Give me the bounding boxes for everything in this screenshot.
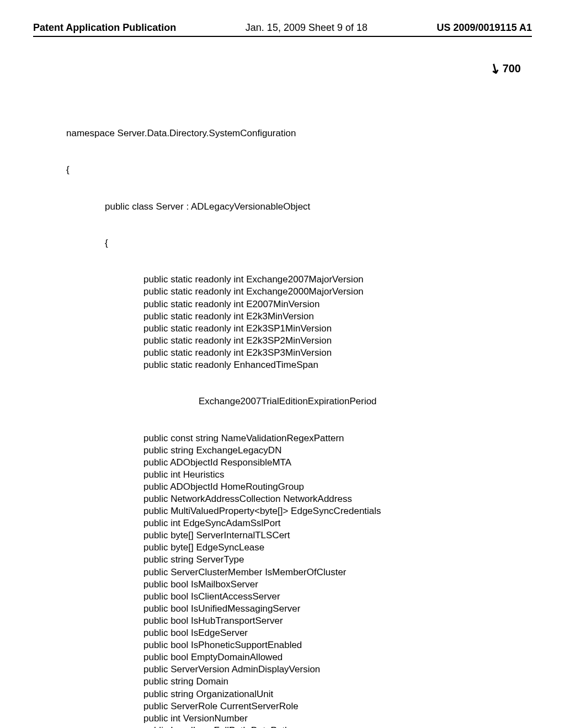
members-list: public static readonly int Exchange2007M…: [66, 274, 532, 371]
class-member: public ServerClusterMember IsMemberOfClu…: [143, 566, 532, 579]
class-member: public bool IsHubTransportServer: [143, 615, 532, 627]
class-declaration: public class Server : ADLegacyVersionabl…: [105, 201, 532, 213]
header-left: Patent Application Publication: [33, 22, 176, 34]
page-header: Patent Application Publication Jan. 15, …: [33, 22, 532, 37]
class-member: public LocalLongFullPath DataPath: [143, 725, 532, 728]
members-list-2: public const string NameValidationRegexP…: [66, 432, 532, 728]
figure-ref-number: 700: [503, 62, 521, 75]
namespace-declaration: namespace Server.Data.Directory.SystemCo…: [66, 127, 532, 140]
class-member: public static readonly int Exchange2007M…: [143, 274, 532, 286]
class-member: public int VersionNumber: [143, 713, 532, 725]
class-member: public string ExchangeLegacyDN: [143, 445, 532, 457]
class-member: public MultiValuedProperty<byte[]> EdgeS…: [143, 505, 532, 517]
figure-reference: ↙ 700: [489, 61, 521, 76]
header-right: US 2009/0019115 A1: [437, 22, 532, 34]
class-member: public byte[] EdgeSyncLease: [143, 542, 532, 554]
class-member: public const string NameValidationRegexP…: [143, 432, 532, 445]
class-member: public bool EmptyDomainAllowed: [143, 651, 532, 663]
header-center: Jan. 15, 2009 Sheet 9 of 18: [246, 22, 367, 34]
class-member: public int Heuristics: [143, 469, 532, 481]
class-member: public string OrganizationalUnit: [143, 688, 532, 700]
class-member: public ServerVersion AdminDisplayVersion: [143, 663, 532, 676]
class-member: public bool IsEdgeServer: [143, 627, 532, 639]
class-member: public bool IsUnifiedMessagingServer: [143, 603, 532, 615]
continuation-member: Exchange2007TrialEditionExpirationPeriod: [199, 395, 532, 408]
class-member: public int EdgeSyncAdamSslPort: [143, 517, 532, 529]
reference-arrow-icon: ↙: [486, 59, 503, 78]
page-container: Patent Application Publication Jan. 15, …: [0, 0, 565, 728]
brace-open: {: [105, 237, 532, 249]
class-member: public bool IsMailboxServer: [143, 579, 532, 591]
code-listing: namespace Server.Data.Directory.SystemCo…: [66, 103, 532, 728]
class-member: public bool IsPhoneticSupportEnabled: [143, 639, 532, 651]
class-member: public static readonly int E2k3SP3MinVer…: [143, 347, 532, 359]
class-member: public static readonly int E2k3SP2MinVer…: [143, 335, 532, 347]
class-member: public static readonly int E2k3MinVersio…: [143, 311, 532, 323]
class-member: public byte[] ServerInternalTLSCert: [143, 529, 532, 542]
class-member: public ADObjectId ResponsibleMTA: [143, 457, 532, 469]
class-member: public string ServerType: [143, 554, 532, 566]
brace-open: {: [66, 164, 532, 176]
class-member: public ADObjectId HomeRoutingGroup: [143, 481, 532, 493]
class-member: public static readonly int E2k3SP1MinVer…: [143, 323, 532, 335]
class-member: public static readonly EnhancedTimeSpan: [143, 359, 532, 371]
class-member: public NetworkAddressCollection NetworkA…: [143, 493, 532, 505]
class-member: public static readonly int Exchange2000M…: [143, 286, 532, 298]
class-member: public string Domain: [143, 676, 532, 688]
class-member: public static readonly int E2007MinVersi…: [143, 298, 532, 311]
class-member: public bool IsClientAccessServer: [143, 591, 532, 603]
class-member: public ServerRole CurrentServerRole: [143, 700, 532, 713]
